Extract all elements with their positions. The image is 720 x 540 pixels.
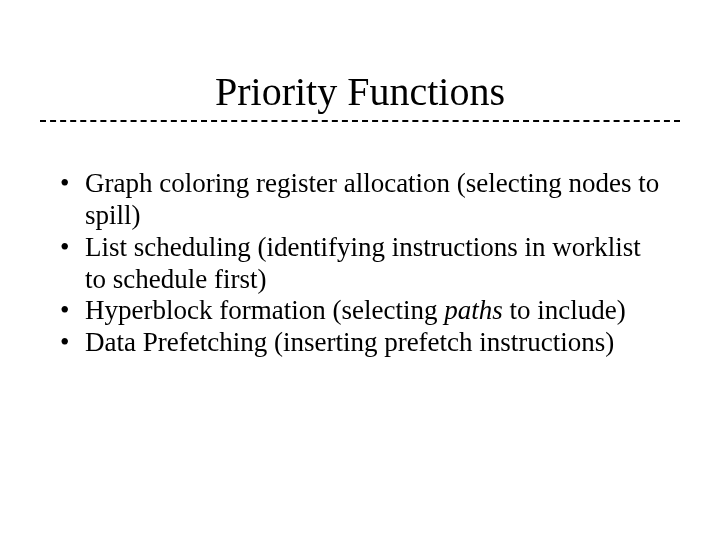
bullet-text: Data Prefetching (inserting prefetch ins… <box>85 327 614 357</box>
slide: Priority Functions Graph coloring regist… <box>0 0 720 540</box>
bullet-text: Graph coloring register allocation (sele… <box>85 168 659 230</box>
bullet-text: to include) <box>503 295 626 325</box>
slide-title: Priority Functions <box>0 68 720 115</box>
bullet-text-italic: paths <box>444 295 503 325</box>
list-item: Hyperblock formation (selecting paths to… <box>55 295 660 327</box>
bullet-text: Hyperblock formation (selecting <box>85 295 444 325</box>
title-divider <box>40 120 680 122</box>
list-item: List scheduling (identifying instruction… <box>55 232 660 296</box>
bullet-text: List scheduling (identifying instruction… <box>85 232 641 294</box>
list-item: Data Prefetching (inserting prefetch ins… <box>55 327 660 359</box>
bullet-list: Graph coloring register allocation (sele… <box>55 168 660 359</box>
list-item: Graph coloring register allocation (sele… <box>55 168 660 232</box>
